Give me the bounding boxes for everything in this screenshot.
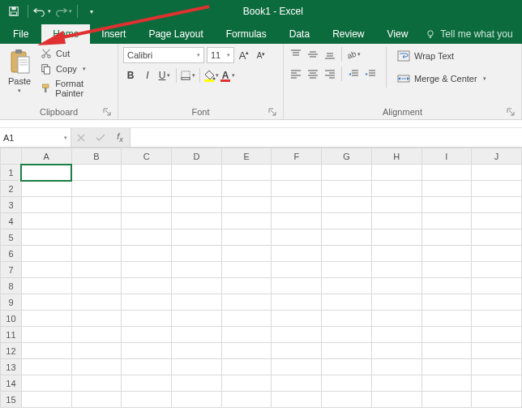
cell[interactable]: [21, 262, 71, 278]
cell[interactable]: [272, 294, 322, 311]
cell[interactable]: [322, 262, 372, 278]
redo-button[interactable]: ▾: [54, 2, 72, 20]
cell[interactable]: [371, 262, 421, 278]
cell[interactable]: [172, 165, 222, 181]
cell[interactable]: [371, 359, 421, 375]
cell[interactable]: [71, 359, 122, 375]
cell[interactable]: [322, 278, 372, 294]
orientation-button[interactable]: ab▾: [346, 47, 361, 62]
cell[interactable]: [71, 181, 122, 197]
cell[interactable]: [472, 165, 522, 181]
cell[interactable]: [371, 181, 421, 197]
column-header[interactable]: F: [272, 148, 322, 165]
cell[interactable]: [172, 246, 222, 262]
cell[interactable]: [122, 197, 172, 213]
cell[interactable]: [472, 343, 522, 359]
name-box[interactable]: A1 ▾: [0, 128, 71, 147]
cell[interactable]: [272, 262, 322, 278]
cell[interactable]: [221, 392, 272, 408]
cell[interactable]: [272, 197, 322, 213]
cell[interactable]: [472, 392, 522, 408]
increase-font-button[interactable]: A▴: [237, 48, 251, 62]
cell[interactable]: [371, 327, 421, 343]
cell[interactable]: [272, 375, 322, 392]
name-box-dropdown-icon[interactable]: ▾: [64, 135, 67, 141]
align-center-button[interactable]: [306, 66, 320, 81]
cell[interactable]: [71, 327, 122, 343]
copy-button[interactable]: Copy ▾: [39, 62, 113, 75]
cell[interactable]: [322, 343, 372, 359]
tell-me-box[interactable]: Tell me what you: [419, 24, 519, 44]
cell[interactable]: [322, 181, 372, 197]
qat-customize-button[interactable]: ▾: [83, 2, 101, 20]
fill-color-button[interactable]: ▾: [204, 68, 219, 83]
cell[interactable]: [472, 197, 522, 213]
cell[interactable]: [272, 327, 322, 343]
column-header[interactable]: B: [71, 148, 122, 165]
align-top-button[interactable]: [289, 47, 303, 62]
row-header[interactable]: 13: [1, 359, 22, 375]
cell[interactable]: [172, 294, 222, 311]
cell[interactable]: [421, 197, 472, 213]
cell[interactable]: [322, 213, 372, 229]
cell[interactable]: [21, 229, 71, 246]
column-header[interactable]: G: [322, 148, 372, 165]
cell[interactable]: [421, 327, 472, 343]
cell[interactable]: [322, 359, 372, 375]
cancel-formula-button[interactable]: [71, 128, 91, 147]
cell[interactable]: [221, 262, 272, 278]
cell[interactable]: [122, 392, 172, 408]
cell[interactable]: [21, 278, 71, 294]
italic-button[interactable]: I: [140, 68, 155, 83]
underline-button[interactable]: U▾: [157, 68, 172, 83]
row-header[interactable]: 3: [1, 197, 22, 213]
bold-button[interactable]: B: [123, 68, 138, 83]
enter-formula-button[interactable]: [91, 128, 110, 147]
cell[interactable]: [421, 213, 472, 229]
row-header[interactable]: 11: [1, 327, 22, 343]
font-color-button[interactable]: A ▾: [221, 68, 236, 83]
cell[interactable]: [371, 165, 421, 181]
cell[interactable]: [472, 229, 522, 246]
cell[interactable]: [322, 311, 372, 327]
column-header[interactable]: I: [421, 148, 472, 165]
row-header[interactable]: 2: [1, 181, 22, 197]
cell[interactable]: [172, 359, 222, 375]
cell[interactable]: [421, 359, 472, 375]
cell[interactable]: [122, 229, 172, 246]
cell[interactable]: [472, 359, 522, 375]
cell[interactable]: [371, 213, 421, 229]
cell[interactable]: [472, 311, 522, 327]
dialog-launcher-icon[interactable]: [268, 108, 276, 116]
borders-button[interactable]: ▾: [181, 68, 195, 83]
cell[interactable]: [472, 262, 522, 278]
column-header[interactable]: E: [221, 148, 272, 165]
cell[interactable]: [421, 294, 472, 311]
cell[interactable]: [272, 311, 322, 327]
cell[interactable]: [272, 278, 322, 294]
cell[interactable]: [322, 327, 372, 343]
cell[interactable]: [421, 165, 472, 181]
cell[interactable]: [472, 327, 522, 343]
cell[interactable]: [71, 375, 122, 392]
tab-formulas[interactable]: Formulas: [215, 24, 278, 44]
select-all-corner[interactable]: [1, 148, 22, 165]
tab-view[interactable]: View: [376, 24, 420, 44]
cell[interactable]: [21, 359, 71, 375]
cell[interactable]: [421, 311, 472, 327]
cell[interactable]: [71, 229, 122, 246]
tab-page-layout[interactable]: Page Layout: [137, 24, 214, 44]
cell[interactable]: [472, 375, 522, 392]
cell[interactable]: [71, 246, 122, 262]
cell[interactable]: [71, 343, 122, 359]
cell[interactable]: [21, 181, 71, 197]
cell[interactable]: [122, 327, 172, 343]
cell[interactable]: [272, 181, 322, 197]
tab-review[interactable]: Review: [321, 24, 375, 44]
row-header[interactable]: 9: [1, 294, 22, 311]
save-button[interactable]: [5, 2, 23, 20]
row-header[interactable]: 6: [1, 246, 22, 262]
cell[interactable]: [172, 311, 222, 327]
cell[interactable]: [172, 262, 222, 278]
column-header[interactable]: H: [371, 148, 421, 165]
